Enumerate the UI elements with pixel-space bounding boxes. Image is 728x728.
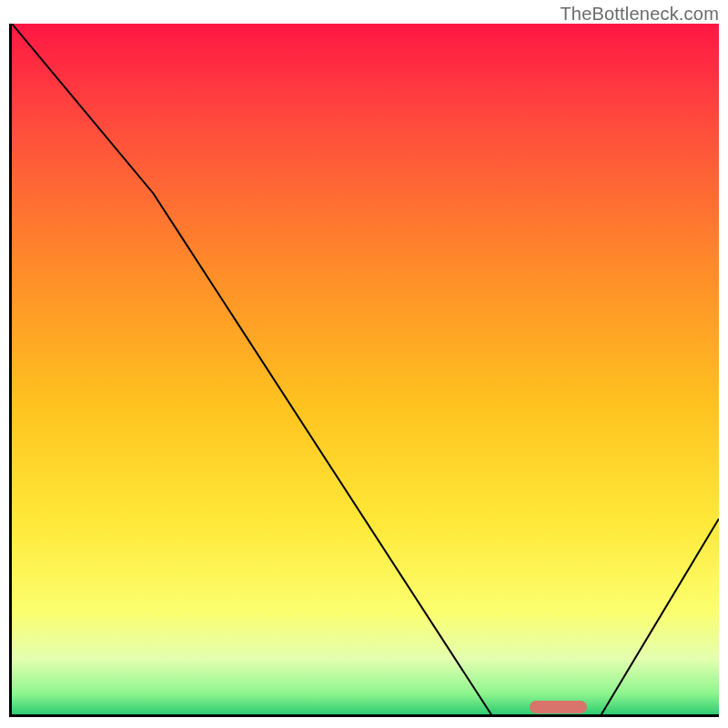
watermark-label: TheBottleneck.com (560, 4, 719, 25)
optimal-marker (530, 701, 586, 713)
plot-area (9, 24, 719, 717)
bottleneck-curve (12, 24, 719, 717)
curve-path (12, 24, 719, 717)
